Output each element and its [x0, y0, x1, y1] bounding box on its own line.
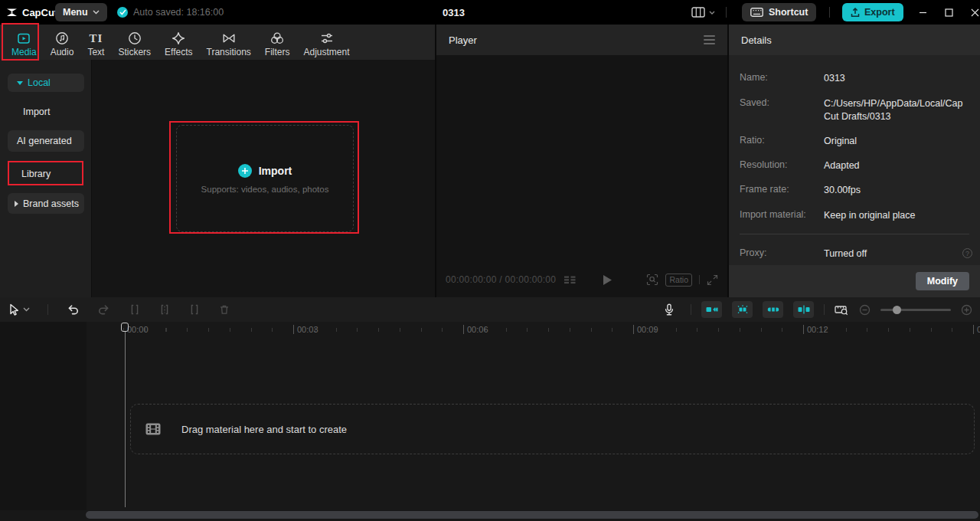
export-upload-icon: [851, 8, 860, 18]
shortcut-button-label: Shortcut: [769, 7, 808, 18]
tab-filters[interactable]: Filters: [258, 25, 297, 60]
modify-button[interactable]: Modify: [916, 272, 969, 290]
menu-button-label: Menu: [63, 7, 88, 18]
detail-row-frame-rate: Frame rate: 30.00fps: [740, 184, 969, 197]
tab-stickers[interactable]: Stickers: [111, 25, 158, 60]
shortcut-button[interactable]: Shortcut: [742, 3, 816, 21]
frame-view-icon[interactable]: [564, 275, 577, 285]
stickers-icon: [127, 31, 142, 46]
tab-stickers-label: Stickers: [118, 48, 151, 57]
timeline-zoom-slider[interactable]: [880, 309, 951, 311]
player-controls: 00:00:00:00 / 00:00:00:00 Ratio: [446, 271, 718, 288]
timeline-scale-icon[interactable]: [835, 303, 849, 316]
minimize-button[interactable]: [911, 0, 934, 25]
tab-adjustment-label: Adjustment: [303, 48, 349, 57]
maximize-button[interactable]: [937, 0, 960, 25]
player-header: Player: [436, 25, 727, 55]
player-menu-icon[interactable]: [704, 35, 715, 44]
zoom-in-icon[interactable]: [961, 304, 972, 316]
dropzone-hint: Drag material here and start to create: [181, 424, 347, 435]
main-track-magnet-toggle[interactable]: [701, 301, 722, 318]
tab-transitions[interactable]: Transitions: [200, 25, 258, 60]
detail-value: C:/Users/HP/AppData/Local/CapCut Drafts/…: [824, 97, 969, 123]
annotation-box-library: [8, 161, 83, 185]
detail-label: Saved:: [740, 97, 813, 108]
player-title: Player: [449, 34, 477, 46]
timeline-area: 00:00 00:03 00:06 00:09 00:12 0 Drag mat…: [0, 322, 980, 521]
details-header: Details: [729, 25, 980, 55]
timecode-separator: /: [497, 274, 505, 285]
check-circle-icon: [117, 7, 128, 18]
split-icon[interactable]: [158, 303, 171, 316]
tab-effects[interactable]: Effects: [158, 25, 199, 60]
timeline-dropzone[interactable]: Drag material here and start to create: [130, 404, 975, 454]
details-title: Details: [741, 34, 772, 46]
cursor-tool-icon[interactable]: [8, 303, 20, 316]
timecode: 00:00:00:00 / 00:00:00:00: [446, 274, 556, 285]
sidebar-item-ai-generated[interactable]: AI generated: [8, 130, 84, 152]
toolbar-divider: [47, 304, 48, 315]
sidebar-item-brand-assets[interactable]: Brand assets: [8, 193, 84, 214]
undo-icon[interactable]: [66, 303, 80, 316]
details-panel: Details Name: 0313 Saved: C:/Users/HP/Ap…: [729, 25, 980, 297]
preview-axis-toggle[interactable]: [732, 301, 753, 318]
fullscreen-icon[interactable]: [707, 274, 718, 286]
split-left-icon[interactable]: [129, 303, 141, 316]
horizontal-scrollbar[interactable]: [86, 510, 980, 519]
caret-right-icon: [15, 201, 18, 207]
top-bar: CapCut Menu Auto saved: 18:16:00 0313: [0, 0, 980, 25]
play-icon[interactable]: [603, 274, 612, 286]
capcut-window: CapCut Menu Auto saved: 18:16:00 0313: [0, 0, 980, 521]
help-icon[interactable]: ?: [962, 248, 972, 258]
tab-transitions-label: Transitions: [207, 48, 251, 57]
detail-value: Turned off: [824, 247, 867, 260]
tab-text[interactable]: TI Text: [80, 25, 111, 60]
asset-tab-bar: Media Audio TI Text Stickers: [0, 25, 435, 60]
cursor-dropdown-icon[interactable]: [23, 307, 30, 312]
zoom-fit-icon[interactable]: [646, 274, 658, 286]
tab-filters-label: Filters: [265, 48, 290, 57]
scrollbar-thumb[interactable]: [86, 511, 978, 519]
menu-button[interactable]: Menu: [55, 3, 107, 21]
tab-effects-label: Effects: [165, 48, 192, 57]
microphone-icon[interactable]: [662, 303, 676, 316]
keyboard-icon: [750, 8, 763, 17]
detail-value: 0313: [824, 72, 845, 85]
detail-value: Keep in original place: [824, 209, 916, 222]
detail-row-saved: Saved: C:/Users/HP/AppData/Local/CapCut …: [740, 97, 969, 123]
panel-layout-icon: [691, 7, 705, 18]
ruler-label: 00:03: [293, 325, 318, 334]
timecode-current: 00:00:00:00: [446, 274, 497, 285]
zoom-slider-handle[interactable]: [893, 306, 901, 314]
project-title: 0313: [443, 0, 465, 25]
delete-icon[interactable]: [218, 303, 230, 316]
zoom-out-icon[interactable]: [859, 304, 871, 316]
playhead-handle[interactable]: [121, 323, 129, 332]
sidebar-item-import-label: Import: [23, 106, 50, 117]
timeline-ruler[interactable]: [123, 328, 977, 332]
linkage-toggle[interactable]: [763, 301, 783, 318]
auto-snap-toggle[interactable]: [793, 301, 814, 318]
export-button[interactable]: Export: [842, 3, 903, 21]
annotation-box-media-tab: [2, 23, 39, 61]
redo-icon[interactable]: [97, 303, 111, 316]
panel-layout-button[interactable]: [691, 2, 715, 23]
ruler-label: 00:09: [633, 325, 658, 334]
detail-label: Frame rate:: [740, 184, 813, 195]
split-right-icon[interactable]: [188, 303, 201, 316]
sidebar-item-local[interactable]: Local: [8, 74, 84, 92]
adjustment-icon: [319, 31, 335, 46]
detail-label: Ratio:: [740, 135, 813, 146]
detail-value: Adapted: [824, 159, 860, 172]
details-footer: Modify: [729, 265, 980, 297]
sidebar-item-import[interactable]: Import: [8, 103, 84, 121]
ruler-label: 00:06: [463, 325, 488, 334]
ratio-button[interactable]: Ratio: [665, 274, 692, 287]
tab-audio[interactable]: Audio: [44, 25, 81, 60]
toolbar-divider: [824, 304, 825, 315]
close-button[interactable]: [963, 0, 980, 25]
tab-adjustment[interactable]: Adjustment: [296, 25, 356, 60]
track-header-gutter: [0, 322, 87, 510]
detail-row-proxy: Proxy: Turned off: [740, 247, 969, 260]
filters-icon: [270, 31, 285, 46]
